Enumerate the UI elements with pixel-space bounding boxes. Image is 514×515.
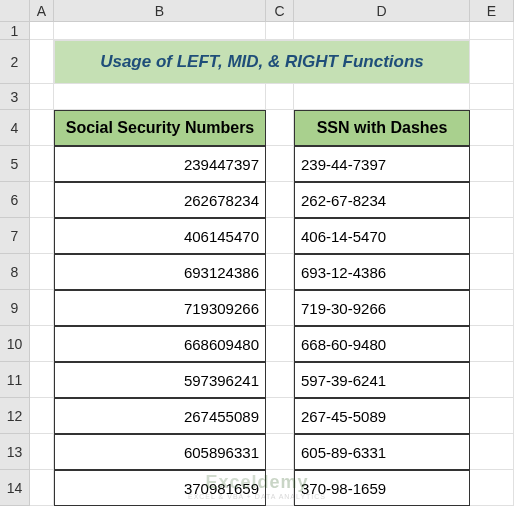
cell-dashed-9[interactable]: 370-98-1659 (294, 470, 470, 506)
cell-e13[interactable] (470, 434, 514, 470)
cell-c10[interactable] (266, 326, 294, 362)
cell-ssn-7[interactable]: 267455089 (54, 398, 266, 434)
cell-c11[interactable] (266, 362, 294, 398)
title-cell[interactable]: Usage of LEFT, MID, & RIGHT Functions (54, 40, 470, 84)
cell-b3[interactable] (54, 84, 266, 110)
cell-c1[interactable] (266, 22, 294, 40)
row-header-3[interactable]: 3 (0, 84, 30, 110)
row-headers: 1 2 3 4 5 6 7 8 9 10 11 12 13 14 (0, 22, 30, 506)
cell-dashed-3[interactable]: 693-12-4386 (294, 254, 470, 290)
col-header-e[interactable]: E (470, 0, 514, 21)
row-header-13[interactable]: 13 (0, 434, 30, 470)
cell-e4[interactable] (470, 110, 514, 146)
cell-c12[interactable] (266, 398, 294, 434)
cell-e1[interactable] (470, 22, 514, 40)
col-header-c[interactable]: C (266, 0, 294, 21)
cell-ssn-0[interactable]: 239447397 (54, 146, 266, 182)
cell-e12[interactable] (470, 398, 514, 434)
cell-e8[interactable] (470, 254, 514, 290)
row-header-12[interactable]: 12 (0, 398, 30, 434)
cell-c5[interactable] (266, 146, 294, 182)
cell-e3[interactable] (470, 84, 514, 110)
row-header-5[interactable]: 5 (0, 146, 30, 182)
cell-a11[interactable] (30, 362, 54, 398)
row-header-1[interactable]: 1 (0, 22, 30, 40)
cell-a9[interactable] (30, 290, 54, 326)
cell-c8[interactable] (266, 254, 294, 290)
cell-c4[interactable] (266, 110, 294, 146)
cell-e5[interactable] (470, 146, 514, 182)
cell-ssn-3[interactable]: 693124386 (54, 254, 266, 290)
spreadsheet: A B C D E 1 2 3 4 5 6 7 8 9 10 11 12 13 … (0, 0, 514, 515)
cell-dashed-8[interactable]: 605-89-6331 (294, 434, 470, 470)
cell-ssn-9[interactable]: 370981659 (54, 470, 266, 506)
cell-e14[interactable] (470, 470, 514, 506)
row-header-7[interactable]: 7 (0, 218, 30, 254)
row-header-9[interactable]: 9 (0, 290, 30, 326)
cell-e6[interactable] (470, 182, 514, 218)
column-headers: A B C D E (0, 0, 514, 22)
cell-a12[interactable] (30, 398, 54, 434)
row-header-2[interactable]: 2 (0, 40, 30, 84)
cell-a7[interactable] (30, 218, 54, 254)
cell-ssn-1[interactable]: 262678234 (54, 182, 266, 218)
cell-e10[interactable] (470, 326, 514, 362)
row-header-4[interactable]: 4 (0, 110, 30, 146)
cell-c9[interactable] (266, 290, 294, 326)
row-header-10[interactable]: 10 (0, 326, 30, 362)
cell-dashed-2[interactable]: 406-14-5470 (294, 218, 470, 254)
cell-a8[interactable] (30, 254, 54, 290)
cell-a2[interactable] (30, 40, 54, 84)
cell-a3[interactable] (30, 84, 54, 110)
row-header-14[interactable]: 14 (0, 470, 30, 506)
cell-a10[interactable] (30, 326, 54, 362)
cells-area: Usage of LEFT, MID, & RIGHT Functions So… (30, 22, 514, 506)
cell-dashed-6[interactable]: 597-39-6241 (294, 362, 470, 398)
cell-ssn-2[interactable]: 406145470 (54, 218, 266, 254)
cell-e11[interactable] (470, 362, 514, 398)
row-header-11[interactable]: 11 (0, 362, 30, 398)
cell-c14[interactable] (266, 470, 294, 506)
cell-e7[interactable] (470, 218, 514, 254)
header-ssn[interactable]: Social Security Numbers (54, 110, 266, 146)
col-header-d[interactable]: D (294, 0, 470, 21)
cell-a13[interactable] (30, 434, 54, 470)
cell-a6[interactable] (30, 182, 54, 218)
row-header-6[interactable]: 6 (0, 182, 30, 218)
cell-dashed-4[interactable]: 719-30-9266 (294, 290, 470, 326)
col-header-a[interactable]: A (30, 0, 54, 21)
cell-c7[interactable] (266, 218, 294, 254)
cell-ssn-4[interactable]: 719309266 (54, 290, 266, 326)
cell-d1[interactable] (294, 22, 470, 40)
cell-c13[interactable] (266, 434, 294, 470)
cell-ssn-6[interactable]: 597396241 (54, 362, 266, 398)
cell-a14[interactable] (30, 470, 54, 506)
cell-dashed-1[interactable]: 262-67-8234 (294, 182, 470, 218)
cell-dashed-5[interactable]: 668-60-9480 (294, 326, 470, 362)
cell-d3[interactable] (294, 84, 470, 110)
cell-ssn-5[interactable]: 668609480 (54, 326, 266, 362)
cell-a5[interactable] (30, 146, 54, 182)
cell-a1[interactable] (30, 22, 54, 40)
cell-a4[interactable] (30, 110, 54, 146)
select-all-corner[interactable] (0, 0, 30, 21)
cell-b1[interactable] (54, 22, 266, 40)
row-header-8[interactable]: 8 (0, 254, 30, 290)
cell-dashed-7[interactable]: 267-45-5089 (294, 398, 470, 434)
cell-c3[interactable] (266, 84, 294, 110)
cell-e2[interactable] (470, 40, 514, 84)
col-header-b[interactable]: B (54, 0, 266, 21)
cell-e9[interactable] (470, 290, 514, 326)
cell-dashed-0[interactable]: 239-44-7397 (294, 146, 470, 182)
header-dashed[interactable]: SSN with Dashes (294, 110, 470, 146)
cell-ssn-8[interactable]: 605896331 (54, 434, 266, 470)
cell-c6[interactable] (266, 182, 294, 218)
